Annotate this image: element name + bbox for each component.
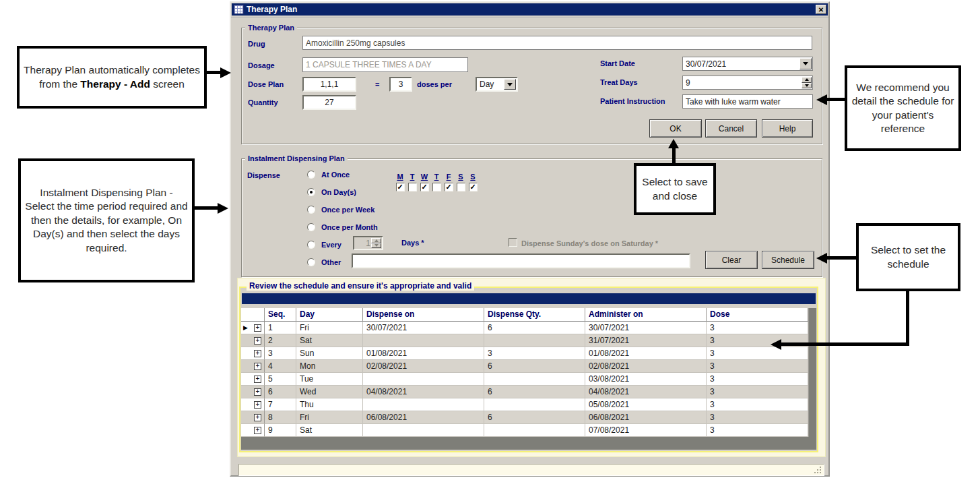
cell-dose[interactable]: 3 [707,360,808,373]
cell-seq[interactable]: 2 [265,334,296,347]
patient-instruction-field[interactable]: Take with luke warm water [682,94,813,109]
dropdown-button[interactable] [504,79,516,90]
table-row[interactable]: +8Fri06/08/2021606/08/20213 [241,411,808,424]
day-checkbox[interactable]: ✓ [469,183,478,191]
cell-administer-on[interactable]: 05/08/2021 [585,398,707,411]
table-row[interactable]: +5Tue03/08/20213 [241,373,808,386]
help-button[interactable]: Help [762,119,813,138]
cell-administer-on[interactable]: 06/08/2021 [585,411,707,424]
cell-dose[interactable]: 3 [707,411,808,424]
cell-seq[interactable]: 4 [265,360,296,373]
cell-administer-on[interactable]: 01/08/2021 [585,347,707,360]
doses-count-field[interactable]: 3 [389,77,412,92]
cell-administer-on[interactable]: 02/08/2021 [585,360,707,373]
day-checkbox[interactable]: ✓ [420,183,429,191]
day-checkbox-item[interactable]: W✓ [418,173,430,191]
cell-day[interactable]: Fri [296,411,363,424]
quantity-field[interactable]: 27 [302,95,356,110]
cell-dispense-on[interactable] [363,334,484,347]
radio-option-on-day-s-[interactable]: On Day(s) [307,183,378,201]
drug-field[interactable]: Amoxicillin 250mg capsules [302,36,812,50]
day-checkbox[interactable] [408,183,417,191]
cell-seq[interactable]: 1 [265,322,296,334]
cell-dispense-qty[interactable] [484,373,585,386]
table-row[interactable]: +4Mon02/08/2021602/08/20213 [241,360,808,373]
period-combo[interactable]: Day [476,77,518,92]
cancel-button[interactable]: Cancel [705,119,757,138]
cell-day[interactable]: Wed [296,386,363,398]
cell-dispense-qty[interactable] [484,398,585,411]
row-indicator-cell[interactable]: + [241,386,265,398]
cell-day[interactable]: Sat [296,424,363,437]
day-checkbox-item[interactable]: S✓ [467,173,479,191]
radio-option-once-per-month[interactable]: Once per Month [307,218,378,236]
cell-dose[interactable]: 3 [707,322,808,334]
day-checkbox[interactable]: ✓ [445,183,453,191]
day-checkbox-item[interactable]: T [430,173,443,191]
row-indicator-cell[interactable]: + [241,411,265,424]
cell-dispense-on[interactable]: 06/08/2021 [363,411,484,424]
cell-dispense-qty[interactable]: 6 [484,386,585,398]
other-field[interactable] [352,253,690,268]
row-indicator-cell[interactable]: + [241,334,265,347]
table-row[interactable]: ▶+1Fri30/07/2021630/07/20213 [241,322,808,334]
expand-icon[interactable]: + [254,324,261,332]
cell-dispense-qty[interactable]: 6 [484,360,585,373]
table-row[interactable]: +3Sun01/08/2021301/08/20213 [241,347,808,360]
treat-days-spinner[interactable]: 9 [682,76,813,90]
cell-seq[interactable]: 3 [265,347,296,360]
cell-day[interactable]: Mon [296,360,363,373]
table-row[interactable]: +9Sat07/08/20213 [241,424,808,437]
day-checkbox-item[interactable]: F✓ [443,173,455,191]
cell-day[interactable]: Fri [296,322,363,334]
cell-seq[interactable]: 8 [265,411,296,424]
schedule-button[interactable]: Schedule [762,251,814,269]
cell-dispense-qty[interactable] [484,334,585,347]
table-row[interactable]: +6Wed04/08/2021604/08/20213 [241,386,808,398]
cell-seq[interactable]: 9 [265,424,296,437]
cell-day[interactable]: Sat [296,334,363,347]
day-checkbox-item[interactable]: M✓ [394,173,406,191]
day-checkbox-item[interactable]: S [455,173,467,191]
cell-dose[interactable]: 3 [707,386,808,398]
cell-dispense-on[interactable]: 01/08/2021 [363,347,484,360]
day-checkbox[interactable] [457,183,465,191]
clear-button[interactable]: Clear [705,251,758,269]
cell-dose[interactable]: 3 [707,347,808,360]
start-date-combo[interactable]: 30/07/2021 [682,57,813,71]
expand-icon[interactable]: + [254,414,261,421]
day-checkbox[interactable]: ✓ [396,183,405,191]
day-checkbox[interactable] [432,183,441,191]
cell-dispense-qty[interactable]: 6 [484,411,585,424]
dropdown-button[interactable] [799,58,812,69]
ok-button[interactable]: OK [649,119,702,138]
expand-icon[interactable]: + [254,388,261,396]
row-indicator-cell[interactable]: + [241,347,265,360]
cell-seq[interactable]: 6 [265,386,296,398]
row-indicator-cell[interactable]: + [241,424,265,437]
expand-icon[interactable]: + [254,427,261,434]
radio-option-once-per-week[interactable]: Once per Week [307,201,378,218]
expand-icon[interactable]: + [254,350,261,357]
cell-administer-on[interactable]: 31/07/2021 [585,334,707,347]
row-indicator-cell[interactable]: + [241,360,265,373]
cell-administer-on[interactable]: 07/08/2021 [585,424,707,437]
expand-icon[interactable]: + [254,376,261,383]
cell-dispense-on[interactable] [363,373,484,386]
day-checkbox-item[interactable]: T [406,173,418,191]
resize-grip-icon[interactable] [820,472,821,473]
expand-icon[interactable]: + [254,337,261,345]
cell-day[interactable]: Sun [296,347,363,360]
row-indicator-cell[interactable]: + [241,373,265,386]
cell-administer-on[interactable]: 03/08/2021 [585,373,707,386]
cell-day[interactable]: Tue [296,373,363,386]
radio-option-at-once[interactable]: At Once [307,166,378,183]
dialog-titlebar[interactable]: Therapy Plan ✕ [232,3,828,16]
cell-dispense-qty[interactable]: 6 [484,322,585,334]
cell-administer-on[interactable]: 04/08/2021 [585,386,707,398]
cell-dispense-qty[interactable] [484,424,585,437]
cell-dose[interactable]: 3 [707,373,808,386]
cell-seq[interactable]: 7 [265,398,296,411]
dose-plan-field[interactable]: 1,1,1 [302,77,356,92]
cell-dose[interactable]: 3 [707,398,808,411]
